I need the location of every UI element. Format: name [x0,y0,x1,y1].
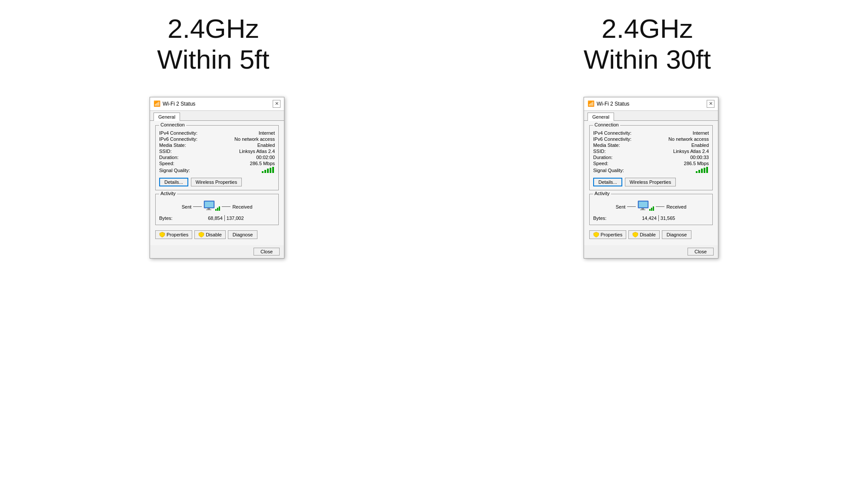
right-speed-row: Speed: 286.5 Mbps [593,160,709,166]
left-heading-line2: Within 5ft [157,44,269,75]
left-wireless-btn[interactable]: Wireless Properties [191,178,242,186]
left-speed-label: Speed: [159,160,217,166]
right-dialog-title: Wi-Fi 2 Status [597,101,629,107]
left-ssid-row: SSID: Linksys Atlas 2.4 [159,148,275,154]
left-activity-section: Activity Sent [155,194,279,225]
left-dash2 [222,206,230,207]
right-diagnose-btn[interactable]: Diagnose [662,230,691,239]
right-bytes-label: Bytes: [593,216,607,221]
right-media-value: Enabled [651,142,709,148]
right-duration-row: Duration: 00:00:33 [593,154,709,160]
right-tabs: General [584,111,718,121]
svg-rect-3 [270,168,271,173]
right-received-label: Received [666,204,686,209]
left-disable-btn[interactable]: Disable [194,230,226,239]
svg-rect-0 [262,171,264,173]
left-signal-row: Signal Quality: [159,166,275,174]
right-speed-label: Speed: [593,160,651,166]
right-shield-icon [593,232,599,238]
svg-rect-16 [706,167,708,173]
right-dialog-body: Connection IPv4 Connectivity: Internet I… [584,121,718,245]
left-tab-general[interactable]: General [154,113,180,121]
right-wireless-btn[interactable]: Wireless Properties [625,178,676,186]
right-tab-general[interactable]: General [588,113,614,121]
right-signal-value [651,166,709,174]
right-bytes-received: 31,565 [661,216,709,221]
svg-rect-21 [649,209,651,211]
right-conn-buttons: Details... Wireless Properties [593,178,709,186]
left-dialog-footer: Close [150,245,284,258]
right-ipv6-label: IPv6 Connectivity: [593,136,651,142]
left-close-btn[interactable]: Close [254,248,280,256]
left-dialog-title: Wi-Fi 2 Status [163,101,195,107]
right-signal-label: Signal Quality: [593,166,651,174]
right-properties-btn[interactable]: Properties [589,230,626,239]
left-dialog-body: Connection IPv4 Connectivity: Internet I… [150,121,284,245]
left-label-group: 2.4GHz Within 5ft [157,13,269,75]
right-dash1 [627,206,636,207]
right-media-label: Media State: [593,142,651,148]
svg-rect-11 [219,206,220,211]
right-wifi-dialog: 📶 Wi-Fi 2 Status ✕ General Connection IP… [584,97,718,259]
svg-rect-13 [698,170,700,173]
left-close-title-btn[interactable]: ✕ [273,100,280,108]
left-bytes-sent: 68,854 [174,216,223,221]
right-activity-center: Sent Re [593,200,709,213]
top-labels: 2.4GHz Within 5ft 2.4GHz Within 30ft [0,0,868,80]
right-activity-content: Sent Re [593,200,709,221]
svg-rect-18 [639,202,648,207]
right-activity-section: Activity Sent [589,194,713,225]
left-duration-label: Duration: [159,154,217,160]
right-sent-label: Sent [616,204,626,209]
right-bytes-sep [658,215,659,221]
left-connection-section: Connection IPv4 Connectivity: Internet I… [155,125,279,190]
right-ipv4-row: IPv4 Connectivity: Internet [593,130,709,136]
right-close-title-btn[interactable]: ✕ [707,100,714,108]
right-heading-line2: Within 30ft [584,44,711,75]
left-properties-btn[interactable]: Properties [155,230,192,239]
right-signal-icon [696,167,709,173]
left-speed-value: 286.5 Mbps [217,160,275,166]
svg-rect-1 [264,170,266,173]
left-tabs: General [150,111,284,121]
svg-rect-14 [701,169,703,173]
left-signal-bars [262,169,275,174]
left-media-value: Enabled [217,142,275,148]
left-disable-label: Disable [206,232,222,237]
left-received-label: Received [232,204,252,209]
right-bytes-row: Bytes: 14,424 31,565 [593,215,709,221]
left-diagnose-btn[interactable]: Diagnose [228,230,257,239]
left-ipv6-value: No network access [217,136,275,142]
left-signal-value [217,166,275,174]
right-conn-table: IPv4 Connectivity: Internet IPv6 Connect… [593,130,709,174]
left-wifi-dialog: 📶 Wi-Fi 2 Status ✕ General Connection IP… [150,97,284,259]
left-duration-value: 00:02:00 [217,154,275,160]
right-properties-label: Properties [601,232,622,237]
right-bottom-buttons: Properties Disable Diagnose [589,229,713,241]
left-conn-buttons: Details... Wireless Properties [159,178,275,186]
left-properties-label: Properties [167,232,188,237]
right-heading-line1: 2.4GHz [584,13,711,44]
right-signal-bars [696,169,709,174]
right-close-btn[interactable]: Close [688,248,714,256]
left-signal-icon [262,167,275,173]
right-ipv4-value: Internet [651,130,709,136]
right-ipv6-value: No network access [651,136,709,142]
right-ipv6-row: IPv6 Connectivity: No network access [593,136,709,142]
left-ssid-value: Linksys Atlas 2.4 [217,148,275,154]
right-disable-btn[interactable]: Disable [628,230,660,239]
left-bytes-sep [224,215,225,221]
right-duration-label: Duration: [593,154,651,160]
left-wifi-icon-title: 📶 [154,100,160,107]
right-ipv4-label: IPv4 Connectivity: [593,130,651,136]
svg-rect-8 [206,209,211,210]
left-details-btn[interactable]: Details... [159,178,188,186]
left-ipv4-label: IPv4 Connectivity: [159,130,217,136]
left-ipv6-row: IPv6 Connectivity: No network access [159,136,275,142]
left-duration-row: Duration: 00:02:00 [159,154,275,160]
right-details-btn[interactable]: Details... [593,178,622,186]
right-duration-value: 00:00:33 [651,154,709,160]
left-activity-label: Activity [159,191,177,196]
left-activity-center: Sent [159,200,275,213]
svg-rect-4 [272,167,274,173]
